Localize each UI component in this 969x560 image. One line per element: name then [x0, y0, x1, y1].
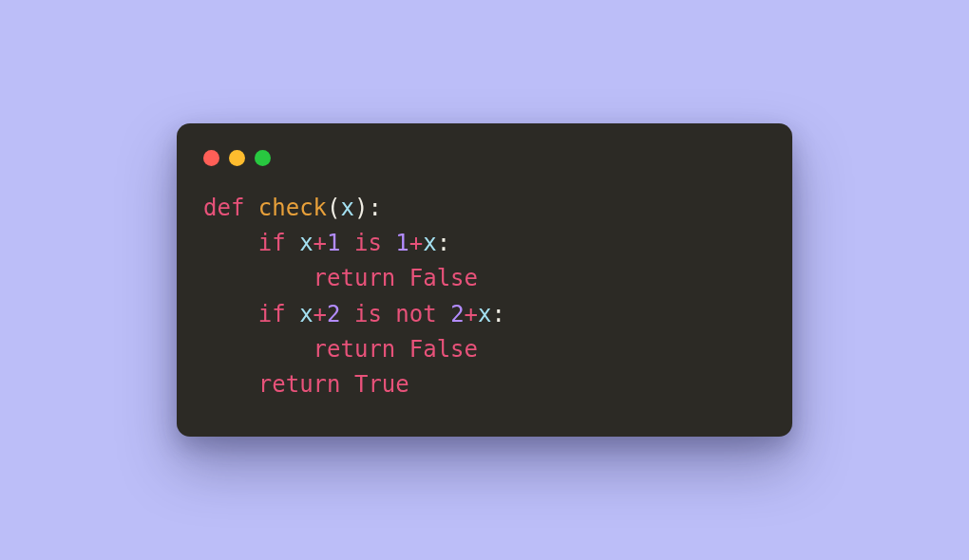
space — [382, 230, 395, 256]
space — [341, 301, 354, 327]
const-true: True — [354, 371, 409, 398]
colon: : — [437, 230, 450, 256]
code-line: return False — [203, 265, 478, 291]
colon: : — [492, 301, 505, 327]
op-plus: + — [314, 301, 327, 327]
space — [437, 301, 450, 327]
space — [395, 336, 408, 363]
function-name: check — [258, 195, 327, 221]
close-button[interactable] — [203, 150, 219, 166]
keyword-is: is — [354, 301, 382, 327]
var-x: x — [299, 301, 313, 327]
op-plus: + — [314, 230, 327, 256]
space — [395, 265, 408, 291]
space — [341, 371, 354, 398]
keyword-if: if — [258, 301, 286, 327]
num-1: 1 — [395, 230, 408, 256]
zoom-button[interactable] — [255, 150, 271, 166]
code-line: if x+1 is 1+x: — [203, 230, 450, 256]
paren-open: ( — [327, 195, 340, 221]
code-block: def check(x): if x+1 is 1+x: return Fals… — [201, 191, 768, 408]
keyword-if: if — [258, 230, 286, 256]
keyword-return: return — [258, 371, 341, 398]
indent — [203, 336, 314, 363]
op-plus: + — [409, 230, 423, 256]
var-x: x — [423, 230, 436, 256]
const-false: False — [409, 336, 478, 363]
code-line: return True — [203, 371, 409, 398]
keyword-return: return — [314, 336, 396, 363]
num-2: 2 — [450, 301, 464, 327]
code-window: def check(x): if x+1 is 1+x: return Fals… — [177, 123, 792, 437]
space — [382, 301, 395, 327]
code-line: return False — [203, 336, 478, 363]
keyword-is: is — [354, 230, 382, 256]
num-1: 1 — [327, 230, 340, 256]
param-x: x — [341, 195, 354, 221]
indent — [203, 230, 258, 256]
const-false: False — [409, 265, 478, 291]
op-plus: + — [465, 301, 478, 327]
paren-close: ) — [354, 195, 368, 221]
keyword-not: not — [395, 301, 436, 327]
indent — [203, 265, 314, 291]
indent — [203, 301, 258, 327]
keyword-return: return — [314, 265, 396, 291]
num-2: 2 — [327, 301, 340, 327]
code-line: if x+2 is not 2+x: — [203, 301, 505, 327]
space — [286, 301, 299, 327]
space — [286, 230, 299, 256]
var-x: x — [299, 230, 313, 256]
code-line: def check(x): — [203, 195, 382, 221]
window-titlebar — [201, 146, 768, 191]
var-x: x — [478, 301, 491, 327]
space — [341, 230, 354, 256]
minimize-button[interactable] — [229, 150, 245, 166]
indent — [203, 371, 258, 398]
colon: : — [368, 195, 381, 221]
space — [244, 195, 257, 221]
keyword-def: def — [203, 195, 244, 221]
